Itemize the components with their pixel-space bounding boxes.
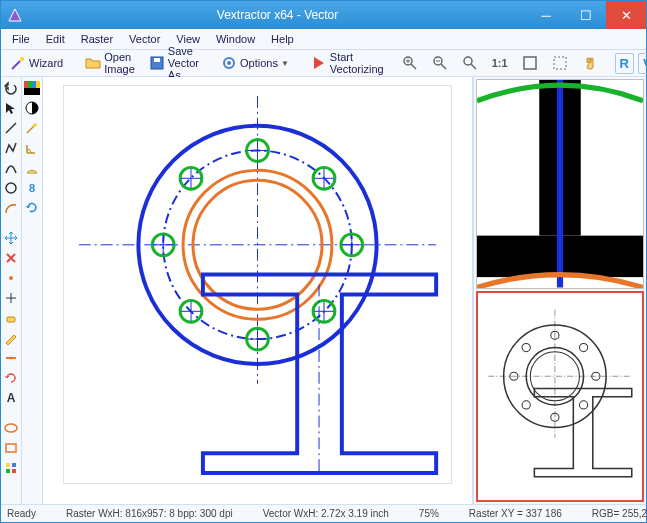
svg-rect-25 bbox=[6, 463, 10, 467]
window-title: Vextractor x64 - Vector bbox=[29, 8, 526, 22]
svg-rect-31 bbox=[32, 81, 36, 88]
zoom-fit-button[interactable] bbox=[517, 52, 543, 74]
point-tool-button[interactable] bbox=[2, 269, 20, 287]
refresh-button[interactable] bbox=[23, 199, 41, 217]
zoom-region-icon bbox=[462, 55, 478, 71]
protractor-button[interactable] bbox=[23, 159, 41, 177]
zoom-actual-button[interactable]: 1:1 bbox=[487, 54, 513, 72]
menu-raster[interactable]: Raster bbox=[74, 31, 120, 47]
statusbar: Ready Raster WxH: 816x957: 8 bpp: 300 dp… bbox=[1, 504, 646, 522]
circle-tool-button[interactable] bbox=[2, 179, 20, 197]
grid-tool-button[interactable] bbox=[2, 459, 20, 477]
svg-point-22 bbox=[10, 357, 13, 360]
svg-point-23 bbox=[5, 424, 17, 432]
pencil-tool-button[interactable] bbox=[2, 329, 20, 347]
start-vectorizing-button[interactable]: Start Vectorizing bbox=[306, 48, 389, 78]
svg-rect-28 bbox=[12, 469, 16, 473]
svg-rect-29 bbox=[24, 81, 28, 88]
svg-point-80 bbox=[579, 343, 587, 351]
svg-point-4 bbox=[227, 61, 231, 65]
play-icon bbox=[311, 55, 327, 71]
close-button[interactable]: ✕ bbox=[606, 1, 646, 29]
magnifier-svg bbox=[477, 80, 643, 288]
ellipse-tool-button[interactable] bbox=[2, 419, 20, 437]
vector-v-icon: V bbox=[643, 56, 647, 71]
left-toolbox-1: A bbox=[1, 77, 22, 504]
wizard-button[interactable]: Wizard bbox=[5, 52, 68, 74]
status-zoom: 75% bbox=[419, 508, 439, 519]
text-a-icon: A bbox=[7, 391, 16, 405]
open-image-button[interactable]: Open Image bbox=[80, 48, 140, 78]
overview-svg bbox=[478, 293, 642, 501]
svg-rect-14 bbox=[524, 57, 536, 69]
menu-edit[interactable]: Edit bbox=[39, 31, 72, 47]
pan-button[interactable] bbox=[577, 52, 603, 74]
status-vector: Vector WxH: 2.72x 3.19 inch bbox=[263, 508, 389, 519]
move-tool-button[interactable] bbox=[2, 229, 20, 247]
right-panels bbox=[473, 77, 646, 504]
zoom-region-button[interactable] bbox=[457, 52, 483, 74]
maximize-button[interactable]: ☐ bbox=[566, 1, 606, 29]
menu-help[interactable]: Help bbox=[264, 31, 301, 47]
status-raster-xy: Raster XY = 337 186 bbox=[469, 508, 562, 519]
delete-tool-button[interactable] bbox=[2, 249, 20, 267]
svg-point-12 bbox=[464, 57, 472, 65]
svg-point-81 bbox=[522, 400, 530, 408]
curve-tool-button[interactable] bbox=[2, 159, 20, 177]
svg-point-79 bbox=[522, 343, 530, 351]
raster-toggle-button[interactable]: R bbox=[615, 53, 634, 74]
polyline-tool-button[interactable] bbox=[2, 139, 20, 157]
minimize-button[interactable]: ─ bbox=[526, 1, 566, 29]
main-toolbar: Wizard Open Image Save Vector As Options… bbox=[1, 50, 646, 77]
arc-tool-button[interactable] bbox=[2, 199, 20, 217]
svg-line-6 bbox=[411, 64, 416, 69]
svg-point-0 bbox=[20, 57, 24, 61]
add-point-button[interactable] bbox=[2, 289, 20, 307]
join-tool-button[interactable] bbox=[2, 349, 20, 367]
contrast-button[interactable] bbox=[23, 99, 41, 117]
line-tool-button[interactable] bbox=[2, 119, 20, 137]
marquee-icon bbox=[552, 55, 568, 71]
menu-file[interactable]: File bbox=[5, 31, 37, 47]
main-canvas[interactable] bbox=[63, 85, 452, 484]
app-window: Vextractor x64 - Vector ─ ☐ ✕ File Edit … bbox=[0, 0, 647, 523]
svg-point-82 bbox=[579, 400, 587, 408]
menu-window[interactable]: Window bbox=[209, 31, 262, 47]
color-palette-button[interactable] bbox=[23, 79, 41, 97]
one-to-one-icon: 1:1 bbox=[492, 57, 508, 69]
fit-icon bbox=[522, 55, 538, 71]
zoom-out-icon bbox=[432, 55, 448, 71]
svg-rect-15 bbox=[554, 57, 566, 69]
left-toolbox-2: 8 bbox=[22, 77, 43, 504]
zoom-in-button[interactable] bbox=[397, 52, 423, 74]
angle-tool-button[interactable] bbox=[23, 139, 41, 157]
marquee-button[interactable] bbox=[547, 52, 573, 74]
gear-icon bbox=[221, 55, 237, 71]
svg-point-18 bbox=[9, 276, 13, 280]
rotate-tool-button[interactable] bbox=[2, 369, 20, 387]
svg-rect-24 bbox=[6, 444, 16, 452]
rect-tool-button[interactable] bbox=[2, 439, 20, 457]
zoom-out-button[interactable] bbox=[427, 52, 453, 74]
svg-line-16 bbox=[6, 123, 16, 133]
undo-button[interactable] bbox=[2, 79, 20, 97]
svg-line-13 bbox=[471, 64, 476, 69]
text-tool-button[interactable]: A bbox=[2, 389, 20, 407]
svg-rect-2 bbox=[154, 58, 160, 62]
eight-button[interactable]: 8 bbox=[23, 179, 41, 197]
wand-icon bbox=[10, 55, 26, 71]
svg-rect-21 bbox=[7, 317, 15, 322]
magnifier-panel[interactable] bbox=[476, 79, 644, 289]
select-button[interactable] bbox=[2, 99, 20, 117]
wand-tool-button[interactable] bbox=[23, 119, 41, 137]
overview-panel[interactable] bbox=[476, 291, 644, 503]
titlebar: Vextractor x64 - Vector ─ ☐ ✕ bbox=[1, 1, 646, 29]
window-buttons: ─ ☐ ✕ bbox=[526, 1, 646, 29]
save-icon bbox=[149, 55, 165, 71]
options-button[interactable]: Options ▼ bbox=[216, 52, 294, 74]
status-rgb: RGB= 255,255,25 bbox=[592, 508, 647, 519]
vector-toggle-button[interactable]: V bbox=[638, 53, 647, 74]
dropdown-arrow-icon: ▼ bbox=[281, 59, 289, 68]
status-ready: Ready bbox=[7, 508, 36, 519]
eraser-tool-button[interactable] bbox=[2, 309, 20, 327]
